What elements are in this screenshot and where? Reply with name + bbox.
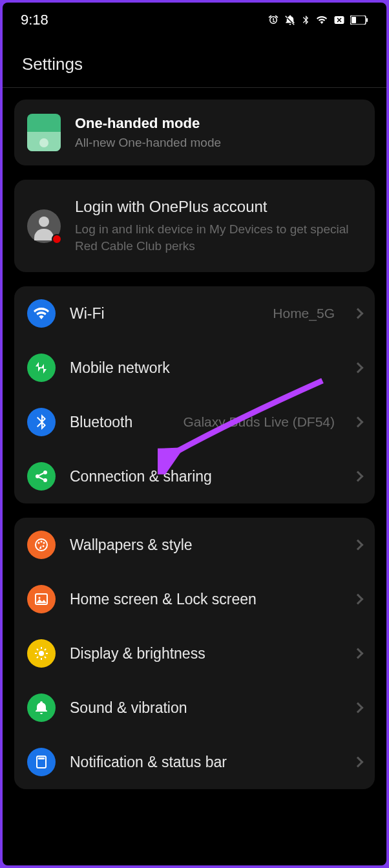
connection-sharing-row[interactable]: Connection & sharing: [14, 449, 375, 503]
svg-rect-16: [38, 757, 45, 759]
promo-title: One-handed mode: [75, 115, 221, 132]
chevron-right-icon: [353, 308, 364, 319]
content: One-handed mode All-new One-handed mode …: [3, 100, 386, 789]
svg-point-5: [43, 471, 47, 474]
chevron-right-icon: [353, 417, 364, 428]
svg-point-4: [36, 474, 39, 478]
do-not-disturb-icon: [333, 14, 345, 26]
svg-point-9: [41, 541, 43, 543]
alarm-icon: [268, 14, 279, 26]
svg-point-14: [39, 651, 44, 656]
one-handed-icon: [27, 114, 61, 151]
svg-rect-2: [352, 17, 356, 23]
chevron-right-icon: [353, 471, 364, 482]
account-title: Login with OnePlus account: [75, 198, 362, 216]
settings-screen: 9:18 Settings One-handed mode All-new On…: [3, 3, 386, 865]
chevron-right-icon: [353, 594, 364, 605]
svg-point-6: [43, 478, 47, 482]
status-time: 9:18: [21, 12, 48, 28]
mobile-network-label: Mobile network: [70, 359, 340, 377]
home-lock-icon: [27, 585, 56, 613]
sound-label: Sound & vibration: [70, 699, 340, 717]
page-title: Settings: [3, 35, 386, 87]
status-icons: [268, 14, 368, 26]
svg-point-11: [43, 545, 45, 547]
svg-point-8: [38, 542, 40, 544]
mobile-network-row[interactable]: Mobile network: [14, 341, 375, 395]
chevron-right-icon: [353, 363, 364, 374]
wallpapers-icon: [27, 531, 56, 559]
avatar: [27, 209, 61, 243]
status-bar: 9:18: [3, 3, 386, 35]
chevron-right-icon: [353, 648, 364, 659]
connectivity-group: Wi-Fi Home_5G Mobile network Bluetooth G…: [14, 286, 375, 503]
wifi-label: Wi-Fi: [70, 305, 258, 323]
connection-sharing-label: Connection & sharing: [70, 468, 340, 485]
notification-row[interactable]: Notification & status bar: [14, 735, 375, 789]
home-lock-row[interactable]: Home screen & Lock screen: [14, 572, 375, 626]
sound-icon: [27, 693, 56, 722]
connection-sharing-icon: [27, 462, 56, 491]
notification-bar-icon: [27, 748, 56, 776]
svg-point-13: [39, 597, 41, 599]
mobile-network-icon: [27, 354, 56, 382]
chevron-right-icon: [353, 703, 364, 714]
bluetooth-row[interactable]: Bluetooth Galaxy Buds Live (DF54): [14, 395, 375, 449]
one-handed-mode-promo[interactable]: One-handed mode All-new One-handed mode: [14, 100, 375, 165]
account-subtitle: Log in and link device in My Devices to …: [75, 221, 362, 254]
divider: [3, 87, 386, 88]
svg-point-10: [43, 542, 45, 544]
wifi-icon: [27, 299, 56, 328]
wifi-row[interactable]: Wi-Fi Home_5G: [14, 286, 375, 341]
bluetooth-status-icon: [301, 14, 310, 26]
home-lock-label: Home screen & Lock screen: [70, 591, 340, 608]
personalization-group: Wallpapers & style Home screen & Lock sc…: [14, 518, 375, 789]
wallpapers-row[interactable]: Wallpapers & style: [14, 518, 375, 572]
sound-row[interactable]: Sound & vibration: [14, 681, 375, 735]
svg-rect-3: [366, 18, 368, 22]
display-label: Display & brightness: [70, 645, 340, 662]
display-row[interactable]: Display & brightness: [14, 626, 375, 681]
notification-label: Notification & status bar: [70, 754, 340, 771]
login-account-row[interactable]: Login with OnePlus account Log in and li…: [14, 180, 375, 272]
promo-subtitle: All-new One-handed mode: [75, 136, 221, 150]
wallpapers-label: Wallpapers & style: [70, 536, 340, 554]
mute-icon: [284, 14, 296, 26]
bluetooth-icon: [27, 408, 56, 436]
wifi-value: Home_5G: [273, 306, 335, 321]
display-icon: [27, 639, 56, 668]
battery-icon: [350, 16, 368, 25]
bluetooth-label: Bluetooth: [70, 414, 169, 431]
chevron-right-icon: [353, 757, 364, 768]
bluetooth-value: Galaxy Buds Live (DF54): [183, 414, 335, 430]
wifi-status-icon: [315, 15, 328, 25]
chevron-right-icon: [353, 540, 364, 551]
